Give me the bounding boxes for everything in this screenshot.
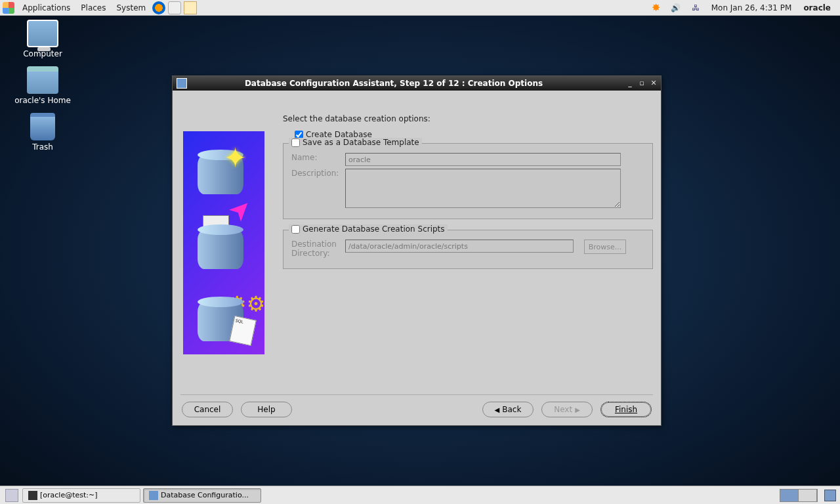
taskbar-terminal[interactable]: [oracle@test:~]: [22, 488, 140, 503]
save-template-legend: Save as a Database Template: [303, 138, 419, 147]
generate-scripts-legend: Generate Database Creation Scripts: [303, 224, 445, 234]
desktop: Computer oracle's Home Trash: [7, 20, 79, 152]
desktop-computer[interactable]: Computer: [7, 20, 79, 58]
help-button[interactable]: Help: [241, 402, 292, 417]
titlebar[interactable]: Database Configuration Assistant, Step 1…: [173, 76, 661, 91]
wizard-button-row: Cancel Help ◀ Back Next ▶ Finish: [173, 395, 661, 425]
update-icon[interactable]: ✸: [650, 1, 663, 14]
gnome-menu-icon[interactable]: [3, 2, 14, 14]
top-panel: Applications Places System ✸ 🔊 🖧 Mon Jan…: [0, 0, 840, 16]
destination-label: Destination Directory:: [291, 240, 339, 258]
user-menu[interactable]: oracle: [799, 3, 835, 12]
taskbar-dbca-label: Database Configuratio...: [161, 491, 249, 499]
workspace-2[interactable]: [799, 490, 817, 501]
chevron-left-icon: ◀: [495, 406, 500, 413]
maximize-button[interactable]: ▫: [637, 79, 646, 88]
volume-icon[interactable]: 🔊: [669, 1, 682, 14]
back-button[interactable]: ◀ Back: [482, 402, 534, 417]
bottom-panel: [oracle@test:~] Database Configuratio...: [0, 486, 840, 504]
places-menu[interactable]: Places: [75, 3, 111, 12]
firefox-icon[interactable]: [152, 1, 165, 14]
app-icon: [177, 78, 187, 89]
minimize-button[interactable]: _: [625, 79, 635, 88]
cancel-button[interactable]: Cancel: [182, 402, 233, 417]
trash-icon: [30, 113, 55, 140]
dbca-window: Database Configuration Assistant, Step 1…: [172, 75, 662, 426]
workspace-1[interactable]: [780, 490, 799, 501]
generate-scripts-group: Generate Database Creation Scripts Desti…: [283, 230, 653, 269]
next-label: Next: [554, 405, 572, 414]
notes-icon[interactable]: [184, 1, 197, 14]
template-name-input: [345, 153, 621, 166]
browse-button: Browse...: [584, 240, 626, 254]
save-template-checkbox[interactable]: [291, 138, 300, 147]
window-title: Database Configuration Assistant, Step 1…: [191, 79, 623, 88]
wizard-sidebar-image: ✦➤ ⚙⚙SQL: [183, 131, 264, 354]
computer-icon: [27, 20, 58, 47]
name-label: Name:: [291, 153, 339, 162]
home-folder-icon: [27, 66, 58, 94]
terminal-icon: [28, 491, 37, 500]
template-description-input: [345, 169, 621, 208]
show-desktop-icon[interactable]: [5, 489, 18, 502]
system-menu[interactable]: System: [111, 3, 151, 12]
next-button: Next ▶: [541, 402, 593, 417]
chevron-right-icon: ▶: [575, 406, 580, 413]
close-button[interactable]: ✕: [649, 79, 658, 88]
taskbar-terminal-label: [oracle@test:~]: [40, 491, 98, 499]
applications-menu[interactable]: Applications: [17, 3, 75, 12]
mail-icon[interactable]: [168, 1, 181, 14]
desktop-home[interactable]: oracle's Home: [7, 66, 79, 105]
network-icon[interactable]: 🖧: [689, 1, 702, 14]
generate-scripts-checkbox[interactable]: [291, 225, 300, 234]
desktop-trash[interactable]: Trash: [7, 113, 79, 152]
save-template-group: Save as a Database Template Name: Descri…: [283, 143, 653, 219]
taskbar-dbca[interactable]: Database Configuratio...: [143, 488, 261, 503]
back-label: Back: [502, 405, 521, 414]
finish-button[interactable]: Finish: [600, 402, 652, 417]
workspace-switcher[interactable]: [780, 489, 818, 502]
dbca-task-icon: [149, 491, 158, 500]
tray-icon[interactable]: [824, 490, 836, 501]
clock[interactable]: Mon Jan 26, 4:31 PM: [707, 3, 796, 12]
destination-directory-input: [345, 240, 574, 253]
desktop-label: Trash: [7, 142, 79, 152]
desktop-label: oracle's Home: [7, 96, 79, 105]
description-label: Description:: [291, 169, 339, 178]
instruction-text: Select the database creation options:: [283, 114, 653, 123]
